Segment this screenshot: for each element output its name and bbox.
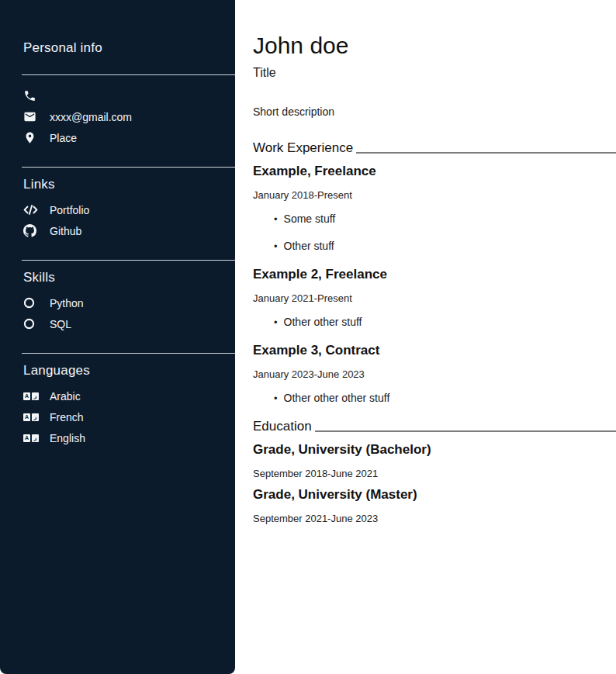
bullet-text: Some stuff xyxy=(284,213,336,225)
translate-icon-letter: A xyxy=(23,434,30,442)
bullet-text: Other other other stuff xyxy=(284,392,390,404)
work-entry-bullets: •Other other other stuff xyxy=(274,392,616,404)
work-entry-date: January 2023-June 2023 xyxy=(253,368,616,380)
bullet-dot: • xyxy=(274,392,278,404)
bullet-item: •Other other stuff xyxy=(274,316,616,328)
work-experience-heading: Work Experience xyxy=(253,140,616,156)
education-entry: Grade, University (Master) September 202… xyxy=(253,487,616,524)
education-section: Education Grade, University (Bachelor) S… xyxy=(253,419,616,524)
language-label: English xyxy=(50,432,85,444)
languages-divider xyxy=(22,353,235,354)
education-heading-text: Education xyxy=(253,419,312,434)
translate-icon-letter: ز xyxy=(32,413,39,421)
work-entry: Example 3, Contract January 2023-June 20… xyxy=(253,343,616,404)
email-row: xxxx@gmail.com xyxy=(0,106,235,127)
github-icon xyxy=(23,224,39,237)
phone-row xyxy=(0,85,235,106)
main-content: John doe Title Short description Work Ex… xyxy=(235,0,616,674)
link-portfolio[interactable]: Portfolio xyxy=(0,199,235,220)
skills-divider xyxy=(22,260,235,261)
candidate-name: John doe xyxy=(253,33,616,59)
work-entry: Example, Freelance January 2018-Present … xyxy=(253,164,616,252)
languages-heading: Languages xyxy=(23,363,235,378)
work-entry-title: Example 2, Freelance xyxy=(253,267,616,282)
language-label: French xyxy=(50,411,84,423)
education-heading: Education xyxy=(253,419,616,434)
bullet-dot: • xyxy=(274,213,278,225)
education-entry-title: Grade, University (Master) xyxy=(253,487,616,503)
education-entry: Grade, University (Bachelor) September 2… xyxy=(253,442,616,479)
links-heading: Links xyxy=(23,177,235,192)
education-entry-title: Grade, University (Bachelor) xyxy=(253,442,616,458)
work-entry-title: Example 3, Contract xyxy=(253,343,616,358)
work-entry: Example 2, Freelance January 2021-Presen… xyxy=(253,267,616,328)
skill-item: SQL xyxy=(0,313,235,334)
work-entry-bullets: •Some stuff •Other stuff xyxy=(274,213,616,252)
sidebar: Personal info xxxx@gmail.com Place Links xyxy=(0,0,235,674)
code-icon xyxy=(23,204,39,216)
language-item: Aز English xyxy=(0,427,235,448)
phone-icon xyxy=(23,89,39,102)
email-value: xxxx@gmail.com xyxy=(50,111,132,123)
short-description: Short description xyxy=(253,105,616,118)
personal-info-rule xyxy=(22,74,235,75)
education-entry-date: September 2021-June 2023 xyxy=(253,513,616,524)
work-entry-title: Example, Freelance xyxy=(253,164,616,179)
work-experience-heading-text: Work Experience xyxy=(253,140,353,156)
skill-item: Python xyxy=(0,292,235,313)
translate-icon-letter: A xyxy=(23,413,30,421)
work-entry-date: January 2018-Present xyxy=(253,189,616,201)
translate-icon-letter: ز xyxy=(32,392,39,400)
place-row: Place xyxy=(0,127,235,148)
translate-icon: Aز xyxy=(23,392,39,400)
translate-icon: Aز xyxy=(23,413,39,421)
email-icon xyxy=(23,110,39,123)
personal-info-heading: Personal info xyxy=(23,40,235,56)
resume-page: Personal info xxxx@gmail.com Place Links xyxy=(0,0,616,674)
section-rule xyxy=(315,430,616,432)
bullet-item: •Some stuff xyxy=(274,213,616,225)
place-value: Place xyxy=(50,132,77,144)
link-github[interactable]: Github xyxy=(0,220,235,241)
work-entry-date: January 2021-Present xyxy=(253,292,616,304)
translate-icon-letter: A xyxy=(23,392,30,400)
translate-icon: Aز xyxy=(23,434,39,442)
work-entry-bullets: •Other other stuff xyxy=(274,316,616,328)
place-icon xyxy=(23,131,39,144)
language-item: Aز French xyxy=(0,406,235,427)
education-entry-date: September 2018-June 2021 xyxy=(253,468,616,479)
bullet-item: •Other stuff xyxy=(274,240,616,252)
bullet-item: •Other other other stuff xyxy=(274,392,616,404)
section-rule xyxy=(356,152,616,154)
bullet-dot: • xyxy=(274,316,278,328)
skills-heading: Skills xyxy=(23,270,235,285)
bullet-dot: • xyxy=(274,240,278,252)
skill-label: SQL xyxy=(50,318,71,330)
language-label: Arabic xyxy=(50,390,81,403)
translate-icon-letter: ز xyxy=(32,434,39,442)
bullet-text: Other other stuff xyxy=(284,316,362,328)
link-github-label: Github xyxy=(50,225,81,237)
circle-outline-icon xyxy=(23,318,39,330)
link-portfolio-label: Portfolio xyxy=(50,204,89,216)
skill-label: Python xyxy=(50,297,84,309)
bullet-text: Other stuff xyxy=(284,240,334,252)
language-item: Aز Arabic xyxy=(0,385,235,406)
links-divider xyxy=(22,167,235,168)
candidate-title: Title xyxy=(253,66,616,80)
circle-outline-icon xyxy=(23,297,39,309)
